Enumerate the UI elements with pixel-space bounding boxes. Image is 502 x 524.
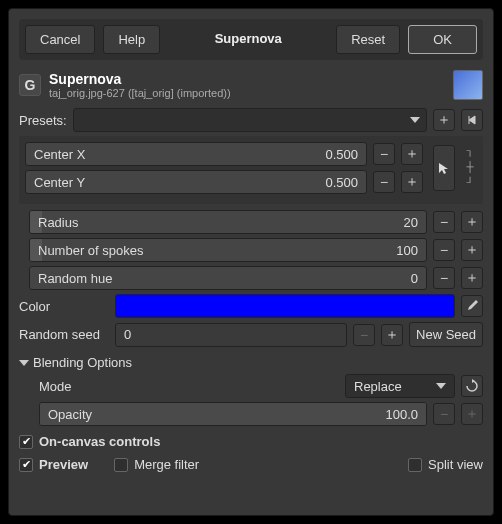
link-top-icon[interactable]: ┐ (463, 145, 477, 159)
merge-label: Merge filter (134, 457, 199, 472)
mode-label: Mode (39, 379, 339, 394)
opacity-field[interactable]: Opacity 100.0 (39, 402, 427, 426)
link-mid-icon[interactable]: ┼ (463, 161, 477, 175)
spokes-field[interactable]: Number of spokes 100 (29, 238, 427, 262)
radius-value: 20 (404, 215, 418, 230)
spokes-value: 100 (396, 243, 418, 258)
center-x-plus[interactable]: ＋ (401, 143, 423, 165)
blending-expander[interactable]: Blending Options (19, 355, 483, 370)
cancel-button[interactable]: Cancel (25, 25, 95, 54)
filter-subtitle: taj_orig.jpg-627 ([taj_orig] (imported)) (49, 87, 445, 99)
radius-plus[interactable]: ＋ (461, 211, 483, 233)
mode-combo[interactable]: Replace (345, 374, 455, 398)
center-y-value: 0.500 (325, 175, 358, 190)
preset-menu-button[interactable] (461, 109, 483, 131)
center-y-field[interactable]: Center Y 0.500 (25, 170, 367, 194)
center-pick-button[interactable] (433, 145, 455, 191)
filter-header: G Supernova taj_orig.jpg-627 ([taj_orig]… (19, 70, 483, 100)
mode-reset-button[interactable] (461, 375, 483, 397)
randseed-minus: − (353, 324, 375, 346)
triangle-down-icon (19, 360, 29, 366)
randhue-minus[interactable]: − (433, 267, 455, 289)
color-swatch[interactable] (115, 294, 455, 318)
gimp-icon: G (19, 74, 41, 96)
center-x-value: 0.500 (325, 147, 358, 162)
preview-thumbnail (453, 70, 483, 100)
spokes-label: Number of spokes (38, 243, 396, 258)
center-x-field[interactable]: Center X 0.500 (25, 142, 367, 166)
radius-label: Radius (38, 215, 404, 230)
presets-label: Presets: (19, 113, 67, 128)
blending-title: Blending Options (33, 355, 132, 370)
oncanvas-label: On-canvas controls (39, 434, 160, 449)
opacity-value: 100.0 (385, 407, 418, 422)
mode-value: Replace (354, 379, 402, 394)
preview-checkbox[interactable] (19, 458, 33, 472)
opacity-minus: − (433, 403, 455, 425)
randseed-plus[interactable]: ＋ (381, 324, 403, 346)
radius-minus[interactable]: − (433, 211, 455, 233)
randhue-value: 0 (411, 271, 418, 286)
loop-icon (465, 379, 479, 393)
randhue-plus[interactable]: ＋ (461, 267, 483, 289)
randseed-value: 0 (124, 327, 131, 342)
randhue-label: Random hue (38, 271, 411, 286)
color-label: Color (19, 299, 109, 314)
opacity-label: Opacity (48, 407, 385, 422)
menu-left-icon (466, 114, 478, 126)
button-bar: Cancel Help Supernova Reset OK (19, 19, 483, 60)
dialog-title: Supernova (168, 25, 328, 54)
split-label: Split view (428, 457, 483, 472)
ok-button[interactable]: OK (408, 25, 477, 54)
reset-button[interactable]: Reset (336, 25, 400, 54)
preset-add-button[interactable]: ＋ (433, 109, 455, 131)
center-x-label: Center X (34, 147, 325, 162)
split-checkbox[interactable] (408, 458, 422, 472)
center-y-label: Center Y (34, 175, 325, 190)
chevron-down-icon (436, 383, 446, 389)
randhue-field[interactable]: Random hue 0 (29, 266, 427, 290)
center-y-minus[interactable]: − (373, 171, 395, 193)
spokes-minus[interactable]: − (433, 239, 455, 261)
oncanvas-checkbox[interactable] (19, 435, 33, 449)
link-bot-icon[interactable]: ┘ (463, 177, 477, 191)
center-y-plus[interactable]: ＋ (401, 171, 423, 193)
presets-combo[interactable] (73, 108, 427, 132)
help-button[interactable]: Help (103, 25, 160, 54)
supernova-dialog: Cancel Help Supernova Reset OK G Superno… (8, 8, 494, 516)
newseed-button[interactable]: New Seed (409, 322, 483, 347)
randseed-label: Random seed (19, 327, 109, 342)
preview-label: Preview (39, 457, 88, 472)
color-picker-button[interactable] (461, 295, 483, 317)
radius-field[interactable]: Radius 20 (29, 210, 427, 234)
opacity-plus: ＋ (461, 403, 483, 425)
eyedropper-icon (465, 299, 479, 313)
spokes-plus[interactable]: ＋ (461, 239, 483, 261)
randseed-field[interactable]: 0 (115, 323, 347, 347)
center-x-minus[interactable]: − (373, 143, 395, 165)
merge-checkbox[interactable] (114, 458, 128, 472)
chevron-down-icon (410, 117, 420, 123)
cursor-icon (437, 161, 451, 175)
filter-title: Supernova (49, 71, 445, 87)
